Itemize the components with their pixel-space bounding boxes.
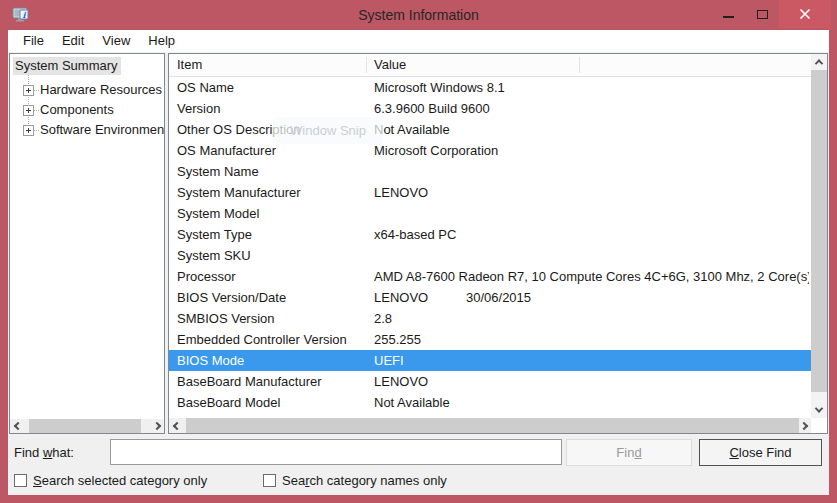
maximize-icon (757, 10, 768, 19)
find-what-label: Find what: (14, 445, 74, 460)
value-cell: 2.8 (374, 308, 809, 329)
menu-view[interactable]: View (93, 30, 139, 52)
value-cell: 255.255 (374, 329, 809, 350)
table-row[interactable]: System SKU (169, 245, 811, 266)
item-cell: BaseBoard Model (177, 392, 280, 413)
titlebar[interactable]: i System Information (0, 0, 837, 30)
minimize-icon (723, 16, 734, 18)
tree-item-hardware-resources[interactable]: Hardware Resources (10, 80, 164, 100)
tree-horizontal-scrollbar[interactable] (10, 419, 164, 433)
search-category-names-checkbox[interactable]: Search category names only (263, 473, 447, 488)
find-button[interactable]: Find (566, 439, 692, 466)
item-cell: BIOS Version/Date (177, 287, 286, 308)
table-body: OS Name Microsoft Windows 8.1 Version 6.… (169, 77, 811, 418)
details-panel: Item Value OS Name Microsoft Windows 8.1… (168, 53, 828, 434)
checkbox-icon[interactable] (263, 474, 276, 487)
value-cell: UEFI (374, 350, 809, 371)
category-tree-panel: System Summary Hardware Resources Compon… (9, 53, 165, 434)
item-cell: System Manufacturer (177, 182, 301, 203)
expand-icon[interactable] (23, 85, 34, 96)
item-cell: OS Name (177, 77, 234, 98)
item-cell: System SKU (177, 245, 251, 266)
menubar: File Edit View Help (8, 30, 829, 52)
chevron-left-icon[interactable] (169, 418, 184, 433)
chevron-right-icon[interactable] (796, 418, 811, 433)
close-button[interactable] (779, 0, 831, 28)
minimize-button[interactable] (711, 0, 745, 28)
close-find-button[interactable]: Close Find (699, 439, 822, 466)
value-cell: 6.3.9600 Build 9600 (374, 98, 809, 119)
maximize-button[interactable] (745, 0, 779, 28)
system-information-window: i System Information File Edit View Help (0, 0, 837, 503)
table-horizontal-scrollbar[interactable] (169, 418, 811, 433)
table-row[interactable]: System Model (169, 203, 811, 224)
item-cell: BIOS Mode (177, 350, 244, 371)
item-cell: Embedded Controller Version (177, 329, 347, 350)
item-cell: Version (177, 98, 220, 119)
value-cell: Not Available (374, 392, 809, 413)
value-cell: LENOVO (374, 182, 809, 203)
item-cell: BaseBoard Manufacturer (177, 371, 322, 392)
table-row[interactable]: BaseBoard Model Not Available (169, 392, 811, 413)
table-row[interactable]: SMBIOS Version 2.8 (169, 308, 811, 329)
value-cell: Not Available (374, 119, 809, 140)
table-row[interactable]: Other OS Description Not Available (169, 119, 811, 140)
item-cell: System Model (177, 203, 259, 224)
expand-icon[interactable] (23, 105, 34, 116)
table-row[interactable]: BIOS Version/Date LENOVO30/06/2015 (169, 287, 811, 308)
vertical-scrollbar[interactable] (811, 54, 827, 418)
value-cell: Microsoft Corporation (374, 140, 809, 161)
search-selected-category-checkbox[interactable]: Search selected category only (14, 473, 207, 488)
item-cell: Other OS Description (177, 119, 301, 140)
chevron-up-icon[interactable] (811, 54, 827, 70)
table-row[interactable]: BaseBoard Manufacturer LENOVO (169, 371, 811, 392)
table-row[interactable]: Version 6.3.9600 Build 9600 (169, 98, 811, 119)
table-row[interactable]: Embedded Controller Version 255.255 (169, 329, 811, 350)
value-cell: AMD A8-7600 Radeon R7, 10 Compute Cores … (374, 266, 809, 287)
column-divider[interactable] (366, 57, 367, 73)
scrollbar-thumb[interactable] (186, 418, 799, 433)
table-row[interactable]: System Manufacturer LENOVO (169, 182, 811, 203)
value-cell: Microsoft Windows 8.1 (374, 77, 809, 98)
column-divider[interactable] (579, 57, 580, 73)
close-icon (799, 8, 811, 20)
table-row[interactable]: Processor AMD A8-7600 Radeon R7, 10 Comp… (169, 266, 811, 287)
column-header-value[interactable]: Value (374, 54, 406, 76)
item-cell: SMBIOS Version (177, 308, 275, 329)
chevron-right-icon[interactable] (149, 419, 164, 433)
item-cell: System Name (177, 161, 259, 182)
item-cell: Processor (177, 266, 236, 287)
tree-item-components[interactable]: Components (10, 100, 164, 120)
item-cell: System Type (177, 224, 252, 245)
scrollbar-thumb[interactable] (811, 70, 827, 392)
value-cell: x64-based PC (374, 224, 809, 245)
table-row[interactable]: OS Manufacturer Microsoft Corporation (169, 140, 811, 161)
value-cell: LENOVO (374, 371, 809, 392)
tree-item-system-summary[interactable]: System Summary (13, 58, 121, 73)
menu-file[interactable]: File (14, 30, 53, 52)
chevron-down-icon[interactable] (811, 402, 827, 418)
column-header-item[interactable]: Item (177, 54, 202, 76)
value-cell: LENOVO30/06/2015 (374, 287, 809, 308)
item-cell: OS Manufacturer (177, 140, 276, 161)
menu-help[interactable]: Help (139, 30, 184, 52)
menu-edit[interactable]: Edit (53, 30, 93, 52)
table-row[interactable]: BIOS Mode UEFI (169, 350, 811, 371)
scrollbar-thumb[interactable] (29, 419, 141, 433)
tree-item-software-environment[interactable]: Software Environment (10, 120, 164, 140)
chevron-left-icon[interactable] (10, 419, 25, 433)
expand-icon[interactable] (23, 125, 34, 136)
client-area: File Edit View Help System Summary Hardw… (8, 30, 829, 495)
table-row[interactable]: OS Name Microsoft Windows 8.1 (169, 77, 811, 98)
table-row[interactable]: System Name (169, 161, 811, 182)
find-input[interactable] (110, 439, 562, 465)
table-header[interactable]: Item Value (169, 54, 811, 77)
table-row[interactable]: System Type x64-based PC (169, 224, 811, 245)
checkbox-icon[interactable] (14, 474, 27, 487)
